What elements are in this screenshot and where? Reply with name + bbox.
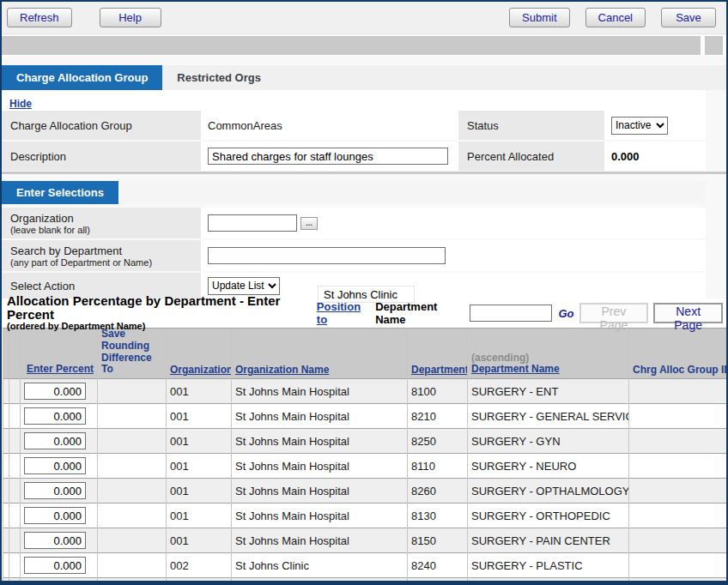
department-cell: 8260 — [408, 479, 468, 504]
enter-percent-input[interactable] — [24, 507, 86, 524]
organization-name-sort-link[interactable]: Organization Name — [235, 364, 329, 376]
chrg-alloc-group-id-cell — [629, 454, 726, 479]
table-header-row: Enter Percent Save RoundingDifference To… — [3, 329, 726, 379]
table-title: Allocation Percentage by Department - En… — [7, 294, 317, 322]
enter-percent-input[interactable] — [24, 557, 86, 574]
enter-selections-section: Enter Selections Organization (leave bla… — [2, 174, 726, 299]
save-rounding-cell — [98, 454, 167, 479]
row-select-cell-1 — [3, 404, 9, 429]
tab-charge-allocation-group[interactable]: Charge Allocation Group — [2, 65, 162, 90]
row-select-cell-2 — [9, 379, 21, 404]
row-select-cell-1 — [3, 553, 9, 578]
organization-name-cell: St Johns Main Hospital — [232, 404, 408, 429]
enter-percent-input[interactable] — [24, 582, 86, 585]
enter-percent-input[interactable] — [24, 457, 86, 474]
enter-percent-input[interactable] — [24, 407, 86, 425]
search-department-input[interactable] — [208, 247, 446, 264]
department-name-sort-link[interactable]: Department Name — [471, 363, 560, 375]
row-select-cell-1 — [3, 528, 9, 553]
organization-cell: 001 — [167, 578, 232, 585]
row-select-cell-2 — [9, 429, 21, 454]
ascending-indicator: (ascending) — [471, 352, 529, 364]
horizontal-scrollbar — [2, 34, 726, 57]
organization-name-cell: St Johns Main Hospital — [232, 479, 408, 504]
header-save-rounding: Save RoundingDifference To — [98, 329, 167, 379]
toolbar: Refresh Help Submit Cancel Save — [2, 2, 726, 34]
group-status-row: Charge Allocation Group CommonAreas Stat… — [2, 111, 706, 140]
select-action-dropdown[interactable]: Update List — [208, 277, 280, 295]
prev-page-button[interactable]: Prev Page — [579, 303, 649, 323]
help-button[interactable]: Help — [100, 8, 161, 27]
position-to-link[interactable]: Position to — [317, 300, 370, 326]
cancel-button[interactable]: Cancel — [585, 8, 646, 27]
organization-name-cell: St Johns Main Hospital — [232, 578, 408, 585]
enter-percent-cell — [21, 504, 98, 528]
row-select-cell-1 — [3, 578, 9, 585]
row-select-cell-2 — [9, 454, 21, 479]
table-subtitle: (ordered by Department Name) — [7, 322, 317, 332]
enter-percent-input[interactable] — [24, 383, 86, 400]
enter-selections-header: Enter Selections — [2, 181, 706, 204]
header-enter-percent: Enter Percent — [21, 329, 98, 379]
save-rounding-cell — [98, 379, 167, 404]
enter-percent-cell — [21, 429, 98, 454]
header-department-name: (ascending) Department Name — [468, 329, 629, 379]
organization-input[interactable] — [208, 214, 297, 232]
enter-percent-sort-link[interactable]: Enter Percent — [27, 363, 94, 375]
chrg-alloc-group-id-cell — [629, 504, 726, 528]
group-value: CommonAreas — [201, 111, 458, 140]
chrg-alloc-group-id-cell — [629, 404, 726, 429]
department-name-cell: SURGERY - NEURO — [468, 454, 629, 479]
row-select-cell-2 — [9, 504, 21, 528]
scrollbar-thumb[interactable] — [2, 36, 701, 55]
save-rounding-cell — [98, 404, 167, 429]
organization-name-cell: St Johns Main Hospital — [232, 379, 408, 404]
status-select[interactable]: Inactive — [611, 117, 668, 135]
enter-percent-cell — [21, 528, 98, 553]
save-button[interactable]: Save — [661, 8, 716, 27]
row-select-cell-2 — [9, 553, 21, 578]
chrg-alloc-group-id-cell — [629, 379, 726, 404]
status-label: Status — [458, 111, 604, 140]
department-cell: 8240 — [408, 553, 468, 578]
organization-cell: 001 — [167, 429, 232, 454]
detail-section: Hide Charge Allocation Group CommonAreas… — [2, 90, 726, 174]
search-department-label: Search by Department (any part of Depart… — [2, 240, 201, 271]
position-to-input[interactable] — [470, 305, 552, 322]
submit-button[interactable]: Submit — [509, 8, 569, 27]
organization-name-cell: St Johns Clinic — [232, 553, 408, 578]
enter-percent-cell — [21, 578, 98, 585]
go-button[interactable]: Go — [559, 307, 574, 320]
tab-restricted-orgs[interactable]: Restricted Orgs — [162, 65, 276, 90]
header-organization: Organization — [167, 329, 232, 379]
enter-percent-input[interactable] — [24, 482, 86, 499]
table-row: 001 St Johns Main Hospital 8250 SURGERY … — [3, 429, 726, 454]
department-sort-link[interactable]: Department — [411, 364, 468, 376]
enter-selections-tab[interactable]: Enter Selections — [2, 181, 118, 204]
organization-cell: 001 — [167, 504, 232, 528]
table-row: 002 St Johns Clinic 8240 SURGERY - PLAST… — [3, 553, 726, 578]
table-row: 001 St Johns Main Hospital 8140 SURGERY … — [3, 578, 726, 585]
organization-sort-link[interactable]: Organization — [170, 364, 232, 376]
organization-name-cell: St Johns Main Hospital — [232, 429, 408, 454]
next-page-button[interactable]: Next Page — [653, 303, 723, 323]
enter-percent-input[interactable] — [24, 532, 86, 549]
department-cell: 8140 — [408, 578, 468, 585]
enter-percent-input[interactable] — [24, 432, 86, 449]
enter-percent-cell — [21, 553, 98, 578]
description-label: Description — [2, 142, 201, 171]
charge-allocation-page: Refresh Help Submit Cancel Save Charge A… — [0, 0, 728, 585]
description-input[interactable] — [208, 148, 448, 165]
refresh-button[interactable]: Refresh — [7, 8, 72, 27]
save-rounding-cell — [98, 578, 167, 585]
organization-lookup-button[interactable]: ... — [300, 217, 318, 230]
department-name-cell: SURGERY - ENT — [468, 379, 629, 404]
spacer-strip — [2, 57, 726, 65]
organization-name-cell: St Johns Main Hospital — [232, 504, 408, 528]
chrg-alloc-group-id-cell — [629, 578, 726, 585]
save-rounding-cell — [98, 553, 167, 578]
table-row: 001 St Johns Main Hospital 8100 SURGERY … — [3, 379, 726, 404]
organization-name-cell: St Johns Main Hospital — [232, 454, 408, 479]
table-row: 001 St Johns Main Hospital 8130 SURGERY … — [3, 504, 726, 528]
hide-link[interactable]: Hide — [9, 98, 32, 110]
